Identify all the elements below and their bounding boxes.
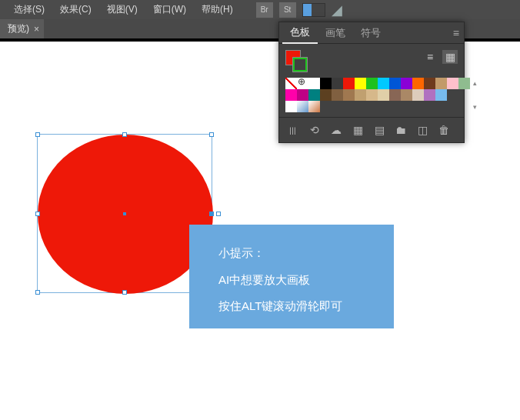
scroll-up-icon[interactable]: ▴ <box>473 79 477 87</box>
list-view-button[interactable]: ≡ <box>422 50 438 64</box>
grid-view-button[interactable]: ▦ <box>442 50 458 64</box>
menu-effect[interactable]: 效果(C) <box>52 3 99 16</box>
swatch[interactable] <box>412 89 424 101</box>
swatch[interactable] <box>285 89 297 101</box>
edit-swatch-icon[interactable]: ◫ <box>416 124 428 136</box>
swatch-grid: ▴ ▾ <box>279 78 464 112</box>
swatch[interactable] <box>285 101 297 112</box>
menu-select[interactable]: 选择(S) <box>6 3 52 16</box>
tab-swatches[interactable]: 色板 <box>282 22 318 44</box>
swatch-panel-toolbar: ⫼ ⟲ ☁ ▦ ▤ 🖿 ◫ 🗑 <box>279 117 464 142</box>
swatch[interactable] <box>355 78 366 89</box>
swatch[interactable] <box>297 89 308 101</box>
swatch[interactable] <box>378 78 389 89</box>
tab-close-button[interactable]: × <box>34 24 39 35</box>
arrange-docs-icon[interactable]: ◢ <box>332 2 342 18</box>
resize-handle-bl[interactable] <box>35 290 40 295</box>
swatch-scrollbar[interactable]: ▴ ▾ <box>473 78 477 112</box>
resize-handle-tl[interactable] <box>35 132 40 137</box>
swatch[interactable] <box>332 89 343 101</box>
workspace-switcher-icon[interactable] <box>302 3 325 17</box>
resize-handle-tm[interactable] <box>122 132 127 137</box>
swatch[interactable] <box>308 101 320 112</box>
swatch[interactable] <box>424 89 435 101</box>
swatch[interactable] <box>320 78 332 89</box>
resize-handle-ml[interactable] <box>35 212 40 216</box>
tab-symbols[interactable]: 符号 <box>353 23 388 43</box>
resize-handle-tr[interactable] <box>209 132 214 137</box>
swatches-panel: ◂◂ × 色板 画笔 符号 ≡ ≡ ▦ ▴ ▾ ⫼ ⟲ ☁ ▦ ▤ <box>278 22 465 143</box>
tip-line-2: AI中想要放大画板 <box>218 267 383 294</box>
swatch[interactable] <box>343 89 355 101</box>
document-tab[interactable]: 预览) × <box>0 19 44 38</box>
stock-button[interactable]: St <box>279 2 296 18</box>
delete-swatch-icon[interactable]: 🗑 <box>438 124 450 136</box>
swatch[interactable] <box>366 78 378 89</box>
fill-stroke-indicator[interactable] <box>285 50 308 72</box>
swatch[interactable] <box>308 89 320 101</box>
swatch[interactable] <box>297 101 308 112</box>
show-swatch-kinds-icon[interactable]: ⟲ <box>308 124 321 136</box>
tip-callout: 小提示： AI中想要放大画板 按住ALT键滚动滑轮即可 <box>189 225 394 328</box>
new-swatch-icon[interactable]: ▤ <box>373 124 385 136</box>
selection-center-point[interactable] <box>123 212 126 215</box>
menu-window[interactable]: 窗口(W) <box>145 3 194 16</box>
stroke-color-swatch[interactable] <box>293 58 307 72</box>
folder-icon[interactable]: 🖿 <box>395 124 407 136</box>
tip-line-3: 按住ALT键滚动滑轮即可 <box>218 293 383 320</box>
new-color-group-icon[interactable]: ▦ <box>352 124 364 136</box>
swatch[interactable] <box>447 78 458 89</box>
menu-view[interactable]: 视图(V) <box>99 3 145 16</box>
swatch[interactable] <box>355 89 366 101</box>
swatch[interactable] <box>378 89 389 101</box>
resize-handle-bm[interactable] <box>122 290 127 295</box>
menu-help[interactable]: 帮助(H) <box>194 3 241 16</box>
swatch[interactable] <box>343 78 355 89</box>
swatch[interactable] <box>401 78 412 89</box>
selection-bounding-box[interactable] <box>37 134 212 293</box>
swatch[interactable] <box>401 89 412 101</box>
swatch[interactable] <box>366 89 378 101</box>
swatch[interactable] <box>389 89 401 101</box>
swatch[interactable] <box>297 78 308 89</box>
resize-handle-mr[interactable] <box>209 212 214 216</box>
tab-title: 预览) <box>8 22 29 35</box>
swatch-library-icon[interactable]: ⫼ <box>287 124 299 136</box>
swatch[interactable] <box>458 78 470 89</box>
anchor-right[interactable] <box>216 212 221 216</box>
panel-menu-icon[interactable]: ≡ <box>453 27 459 39</box>
swatch[interactable] <box>435 78 447 89</box>
tip-line-1: 小提示： <box>218 240 383 267</box>
swatch[interactable] <box>435 89 447 101</box>
swatch[interactable] <box>389 78 401 89</box>
swatch[interactable] <box>285 78 297 89</box>
swatch[interactable] <box>424 78 435 89</box>
scroll-down-icon[interactable]: ▾ <box>473 103 477 111</box>
swatch[interactable] <box>412 78 424 89</box>
swatch-options-icon[interactable]: ☁ <box>330 124 342 136</box>
menubar: 选择(S) 效果(C) 视图(V) 窗口(W) 帮助(H) Br St ◢ <box>0 0 520 19</box>
swatch[interactable] <box>332 78 343 89</box>
swatch[interactable] <box>320 89 332 101</box>
tab-brushes[interactable]: 画笔 <box>318 23 353 43</box>
swatch[interactable] <box>308 78 320 89</box>
bridge-button[interactable]: Br <box>256 2 273 18</box>
